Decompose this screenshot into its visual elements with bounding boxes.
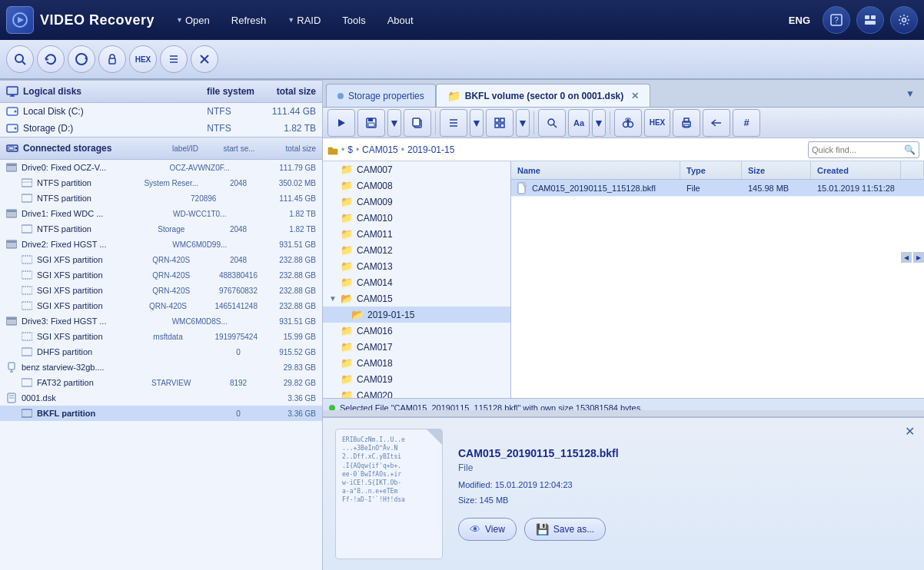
path-cam015[interactable]: CAM015 — [362, 144, 398, 155]
rt-grid-drop[interactable]: ▼ — [516, 109, 530, 137]
folder-cam010[interactable]: 📁 CAM010 — [323, 210, 510, 226]
usb-drive[interactable]: benz starview-32gb.... 29.83 GB — [0, 360, 322, 375]
tb-sync[interactable] — [68, 45, 95, 73]
folder-cam013[interactable]: 📁 CAM013 — [323, 258, 510, 274]
tab-dropdown-btn[interactable]: ▼ — [899, 85, 921, 102]
folder-cam010-icon: 📁 — [341, 212, 353, 224]
file-created-0: 15.01.2019 11:51:28 — [811, 184, 901, 193]
tb-list[interactable] — [160, 45, 188, 73]
xfs-3[interactable]: SGI XFS partition QRN-420S 1465141248 23… — [0, 298, 322, 313]
tab-close-btn[interactable]: ✕ — [631, 91, 639, 101]
bkfl-label: BKFL partition — [37, 409, 214, 418]
scroll-right-btn[interactable]: ▶ — [913, 252, 924, 263]
xfs-msft[interactable]: SGI XFS partition msftdata 1919975424 15… — [0, 329, 322, 344]
menu-tools[interactable]: Tools — [333, 10, 374, 31]
menu-open[interactable]: ▼ Open — [167, 10, 219, 31]
rt-list[interactable] — [440, 109, 467, 137]
logical-disks-header: Logical disks file system total size — [0, 80, 322, 103]
rt-list-drop[interactable]: ▼ — [470, 109, 484, 137]
tb-lock[interactable] — [98, 45, 126, 73]
drive3-icon — [6, 316, 17, 326]
dhfs-partition[interactable]: DHFS partition 0 915.52 GB — [0, 344, 322, 360]
folder-cam020[interactable]: 📁 CAM020 — [323, 387, 510, 398]
tb-reload[interactable] — [37, 45, 65, 73]
xfs-2-id: QRN-420S — [128, 287, 214, 295]
tb-close[interactable] — [191, 45, 218, 73]
rt-hash[interactable]: # — [733, 109, 760, 137]
drive2[interactable]: Drive2: Fixed HGST ... WMC6M0D99... 931.… — [0, 237, 322, 252]
drive0[interactable]: Drive0: Fixed OCZ-V... OCZ-AVWNZ0F... 11… — [0, 160, 322, 175]
rt-print[interactable] — [673, 109, 700, 137]
drive1-id: WD-WCC1T0... — [142, 210, 258, 218]
folder-cam018[interactable]: 📁 CAM018 — [323, 355, 510, 371]
xfs-0[interactable]: SGI XFS partition QRN-420S 2048 232.88 G… — [0, 252, 322, 267]
fat32-partition[interactable]: FAT32 partition STARVIEW 8192 29.82 GB — [0, 375, 322, 390]
rt-grid[interactable] — [486, 109, 514, 137]
rt-save-drop[interactable]: ▼ — [387, 109, 401, 137]
file-row-0[interactable]: CAM015_20190115_115128.bkfl File 145.98 … — [511, 180, 924, 197]
fat32-label: FAT32 partition — [37, 378, 124, 387]
xfs-1[interactable]: SGI XFS partition QRN-420S 488380416 232… — [0, 267, 322, 283]
rt-text-drop[interactable]: ▼ — [592, 109, 606, 137]
folder-cam014[interactable]: 📁 CAM014 — [323, 274, 510, 290]
rt-back[interactable] — [703, 109, 730, 137]
folder-cam012[interactable]: 📁 CAM012 — [323, 242, 510, 258]
bkfl-partition[interactable]: BKFL partition 0 3.36 GB — [0, 406, 322, 421]
fat32-icon — [22, 377, 32, 388]
rt-play[interactable] — [327, 109, 355, 137]
menu-refresh[interactable]: Refresh — [222, 10, 276, 31]
path-date[interactable]: 2019-01-15 — [407, 144, 454, 155]
tb-search[interactable] — [6, 45, 34, 73]
layout-button[interactable] — [856, 6, 884, 34]
quick-find-input[interactable] — [812, 145, 904, 154]
settings-button[interactable] — [890, 6, 918, 34]
folder-cam007[interactable]: 📁 CAM007 — [323, 161, 510, 177]
partition-icon-0 — [22, 177, 32, 188]
folder-cam009[interactable]: 📁 CAM009 — [323, 194, 510, 210]
quick-find-box[interactable]: 🔍 — [808, 141, 919, 158]
folder-cam019[interactable]: 📁 CAM019 — [323, 371, 510, 387]
rt-hex-view[interactable]: HEX — [644, 109, 670, 137]
rt-copy[interactable] — [404, 109, 431, 137]
preview-view-btn[interactable]: 👁 View — [458, 518, 517, 541]
drive3[interactable]: Drive3: Fixed HGST ... WMC6M0D8S... 931.… — [0, 313, 322, 329]
col-header-size: Size — [742, 161, 811, 179]
ntfs-storage[interactable]: NTFS partition Storage 2048 1.82 TB — [0, 221, 322, 237]
scroll-left-btn[interactable]: ◀ — [901, 252, 912, 263]
folder-cam015[interactable]: ▼ 📂 CAM015 — [323, 290, 510, 307]
svg-point-8 — [15, 55, 23, 62]
svg-text:?: ? — [834, 16, 839, 25]
preview-save-btn[interactable]: 💾 Save as... — [524, 518, 606, 541]
menu-raid[interactable]: ▼ RAID — [278, 10, 330, 31]
ntfs-partition-0[interactable]: NTFS partition System Reser... 2048 350.… — [0, 175, 322, 191]
rt-save[interactable] — [357, 109, 385, 137]
rt-text[interactable]: Aa — [568, 109, 590, 137]
left-toolbar: HEX — [0, 40, 924, 80]
folder-date[interactable]: 📂 2019-01-15 — [323, 307, 510, 323]
folder-cam017[interactable]: 📁 CAM017 — [323, 339, 510, 355]
menu-about[interactable]: About — [378, 10, 423, 31]
xfs-msft-icon — [22, 331, 32, 342]
disk-c-size: 111.44 GB — [254, 106, 316, 117]
xfs-2[interactable]: SGI XFS partition QRN-420S 976760832 232… — [0, 283, 322, 298]
rt-find[interactable] — [538, 109, 566, 137]
language-badge: ENG — [789, 15, 810, 26]
disk-c[interactable]: Local Disk (C:) NTFS 111.44 GB — [0, 103, 322, 120]
ntfs-1-size: 111.45 GB — [262, 194, 316, 203]
tab-bkfl-volume[interactable]: 📁 BKFL volume (sector 0 on 0001.dsk) ✕ — [436, 84, 651, 107]
disk-d[interactable]: Storage (D:) NTFS 1.82 TB — [0, 120, 322, 137]
preview-close-btn[interactable]: ✕ — [905, 424, 915, 439]
folder-cam016[interactable]: 📁 CAM016 — [323, 323, 510, 339]
rt-binoculars[interactable] — [614, 109, 642, 137]
ntfs-partition-1[interactable]: NTFS partition 720896 111.45 GB — [0, 191, 322, 206]
path-dollar[interactable]: $ — [347, 144, 353, 155]
svg-rect-16 — [7, 87, 18, 94]
dsk-file[interactable]: 0001.dsk 3.36 GB — [0, 390, 322, 406]
help-button[interactable]: ? — [823, 6, 850, 34]
drive1[interactable]: Drive1: Fixed WDC ... WD-WCC1T0... 1.82 … — [0, 206, 322, 221]
tb-hex[interactable]: HEX — [129, 45, 157, 73]
folder-cam011[interactable]: 📁 CAM011 — [323, 226, 510, 242]
tab-storage-props[interactable]: Storage properties — [326, 84, 436, 107]
path-root-btn[interactable] — [327, 144, 338, 155]
folder-cam008[interactable]: 📁 CAM008 — [323, 177, 510, 194]
